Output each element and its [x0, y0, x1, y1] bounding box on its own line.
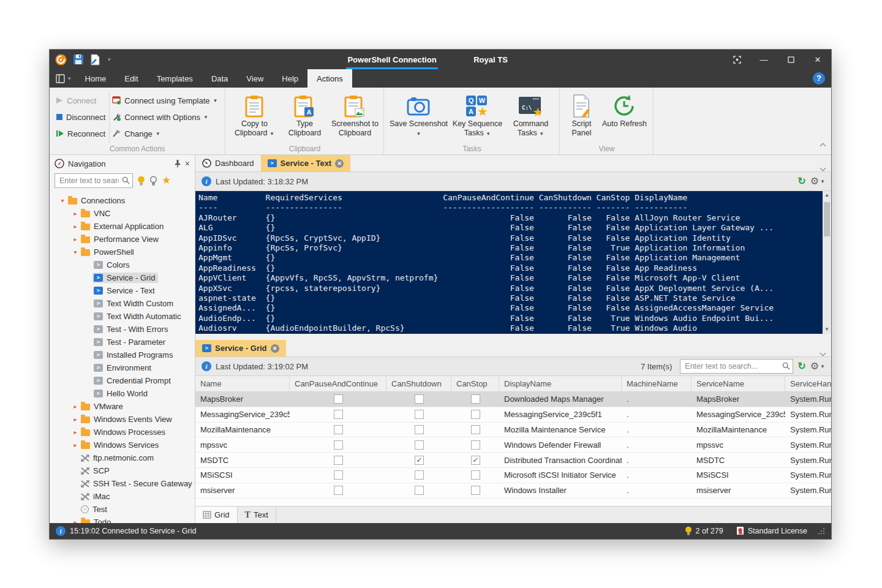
chevron-down-icon[interactable]: ▾: [58, 197, 67, 204]
sidebar-item-test[interactable]: ↔Test: [50, 503, 195, 516]
column-header-machinename[interactable]: MachineName: [622, 376, 692, 391]
checkbox-can_stop[interactable]: [471, 470, 480, 480]
key-sequence-tasks-button[interactable]: Q W A ★ Key Sequence Tasks ▼: [449, 91, 505, 143]
sidebar-item-connections[interactable]: ▾Connections: [50, 194, 195, 207]
sidebar-item-vmware[interactable]: ▸VMware: [50, 400, 195, 413]
table-row[interactable]: MozillaMaintenanceMozilla Maintenance Se…: [195, 423, 831, 438]
table-row[interactable]: MapsBrokerDownloaded Maps Manager.MapsBr…: [195, 392, 831, 407]
maximize-button[interactable]: [777, 50, 804, 69]
chevron-right-icon[interactable]: ▸: [71, 416, 80, 423]
sidebar-item-scp[interactable]: SCP: [50, 464, 195, 477]
checkbox-can_shutdown[interactable]: [415, 486, 424, 495]
checkbox-can_shutdown[interactable]: [415, 470, 424, 480]
column-header-canpauseandcontinue[interactable]: CanPauseAndContinue: [290, 376, 386, 391]
checkbox-can_pause[interactable]: [334, 394, 343, 404]
checkbox-can_shutdown[interactable]: [415, 410, 424, 419]
command-tasks-button[interactable]: C:\ ★ Command Tasks ▼: [505, 91, 556, 143]
scrollbar-thumb[interactable]: [824, 202, 830, 236]
refresh-icon[interactable]: ↻: [797, 176, 805, 186]
chevron-down-icon[interactable]: ▾: [71, 249, 80, 255]
sidebar-item-todo[interactable]: ▸Todo: [50, 516, 195, 523]
pin-icon[interactable]: [174, 159, 181, 168]
checkbox-can_shutdown[interactable]: [415, 394, 424, 404]
sidebar-item-text-width-automatic[interactable]: >Text Width Automatic: [50, 310, 195, 323]
sidebar-item-external-application[interactable]: ▸External Application: [50, 220, 195, 233]
menu-home[interactable]: Home: [76, 69, 116, 88]
checkbox-can_stop[interactable]: [471, 456, 480, 465]
view-tab-grid[interactable]: Grid: [195, 507, 238, 523]
checkbox-can_pause[interactable]: [334, 470, 343, 480]
column-header-servicehandle[interactable]: ServiceHandle: [785, 376, 831, 391]
disconnect-button[interactable]: Disconnect: [56, 110, 105, 124]
checkbox-can_stop[interactable]: [471, 425, 480, 434]
sidebar-item-test-with-errors[interactable]: >Test - With Errors: [50, 323, 195, 336]
chevron-right-icon[interactable]: ▸: [71, 223, 80, 230]
sidebar-item-environment[interactable]: >Environment: [50, 361, 195, 374]
sidebar-item-hello-world[interactable]: >Hello World: [50, 387, 195, 400]
grid-search-input[interactable]: [680, 359, 793, 374]
powershell-terminal[interactable]: Name RequiredServices CanPauseAndContinu…: [195, 191, 831, 334]
panel-splitter[interactable]: [195, 334, 831, 340]
menu-edit[interactable]: Edit: [115, 69, 147, 88]
table-row[interactable]: mpssvcWindows Defender Firewall.mpssvcSy…: [195, 437, 831, 453]
tab-list-caret-icon[interactable]: [821, 162, 825, 173]
sidebar-item-windows-services[interactable]: ▸Windows Services: [50, 439, 195, 451]
sidebar-item-text-width-custom[interactable]: >Text Width Custom: [50, 297, 195, 310]
tab-service-grid[interactable]: > Service - Grid ✕: [195, 340, 286, 356]
checkbox-can_shutdown[interactable]: [415, 425, 424, 434]
column-header-servicename[interactable]: ServiceName: [692, 376, 785, 391]
auto-refresh-button[interactable]: Auto Refresh: [599, 91, 649, 143]
checkbox-can_stop[interactable]: [471, 394, 480, 404]
settings-button[interactable]: ⚙▼: [810, 176, 825, 186]
terminal-scrollbar[interactable]: ▲ ▼: [823, 191, 831, 334]
sidebar-item-service-text[interactable]: >Service - Text: [50, 284, 195, 297]
reconnect-button[interactable]: Reconnect: [56, 127, 105, 140]
sidebar-item-imac[interactable]: iMac: [50, 490, 195, 503]
checkbox-can_shutdown[interactable]: [415, 440, 424, 450]
connect-using-template-button[interactable]: Connect using Template ▼: [112, 94, 217, 107]
sidebar-item-ssh-test-secure-gateway[interactable]: SSH Test - Secure Gateway: [50, 477, 195, 490]
table-row[interactable]: msiserverWindows Installer.msiserverSyst…: [195, 483, 831, 499]
favorites-star-icon[interactable]: ★: [162, 176, 171, 186]
sidebar-item-credential-prompt[interactable]: >Credential Prompt: [50, 374, 195, 387]
fullscreen-button[interactable]: [723, 50, 750, 69]
checkbox-can_pause[interactable]: [334, 456, 343, 465]
application-menu-button[interactable]: ▾: [50, 69, 76, 88]
new-document-icon[interactable]: [90, 54, 100, 66]
checkbox-can_stop[interactable]: [471, 410, 480, 419]
menu-actions[interactable]: Actions: [307, 69, 352, 88]
quick-access-caret-icon[interactable]: ▾: [108, 56, 111, 62]
close-tab-icon[interactable]: ✕: [335, 159, 344, 168]
ribbon-collapse-button[interactable]: [821, 140, 825, 151]
menu-help[interactable]: Help: [273, 69, 307, 88]
menu-view[interactable]: View: [237, 69, 273, 88]
checkbox-can_pause[interactable]: [334, 440, 343, 450]
column-header-displayname[interactable]: DisplayName: [499, 376, 622, 391]
license-info[interactable]: Standard License: [736, 526, 807, 536]
chevron-right-icon[interactable]: ▸: [71, 210, 80, 217]
bulb-filled-icon[interactable]: [137, 176, 145, 186]
checkbox-can_pause[interactable]: [334, 486, 343, 495]
copy-to-clipboard-button[interactable]: Copy to Clipboard ▼: [229, 91, 279, 143]
sidebar-item-service-grid[interactable]: >Service - Grid: [50, 271, 195, 284]
scroll-down-icon[interactable]: ▼: [824, 325, 829, 334]
sidebar-item-colors[interactable]: >Colors: [50, 258, 195, 271]
close-panel-icon[interactable]: ×: [185, 159, 190, 168]
column-header-canstop[interactable]: CanStop: [451, 376, 499, 391]
close-tab-icon[interactable]: ✕: [271, 344, 279, 353]
type-clipboard-button[interactable]: A Type Clipboard: [279, 91, 330, 143]
app-logo-icon[interactable]: [55, 54, 67, 66]
close-button[interactable]: ✕: [804, 50, 831, 69]
checkbox-can_stop[interactable]: [471, 440, 480, 450]
sidebar-item-vnc[interactable]: ▸VNC: [50, 207, 195, 220]
menu-data[interactable]: Data: [202, 69, 237, 88]
table-row[interactable]: MSiSCSIMicrosoft iSCSI Initiator Service…: [195, 468, 831, 483]
chevron-right-icon[interactable]: ▸: [71, 442, 80, 448]
table-row[interactable]: MSDTCDistributed Transaction Coordinator…: [195, 453, 831, 468]
tab-dashboard[interactable]: Dashboard: [195, 155, 261, 172]
minimize-button[interactable]: —: [750, 50, 777, 69]
tab-service-text[interactable]: > Service - Text ✕: [261, 155, 351, 172]
help-icon[interactable]: ?: [813, 72, 825, 85]
nav-search-input[interactable]: [55, 173, 133, 188]
view-tab-text[interactable]: T Text: [238, 507, 276, 523]
